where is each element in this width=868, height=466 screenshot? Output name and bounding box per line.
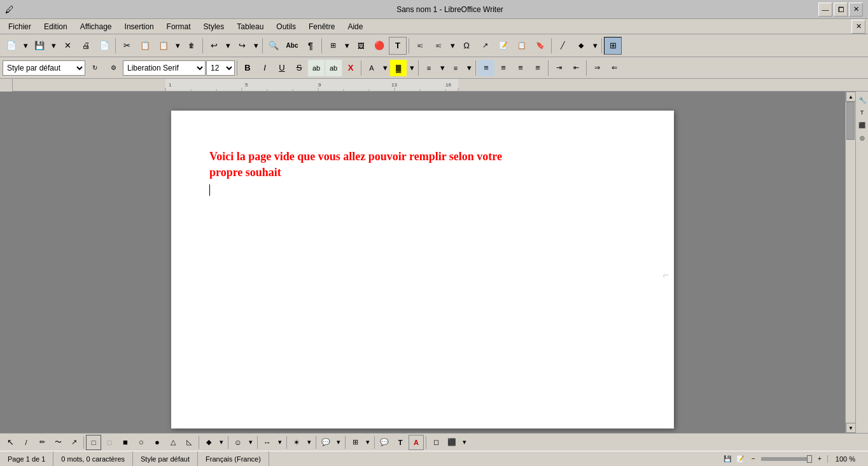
zoom-slider[interactable] — [761, 457, 812, 461]
style-refresh[interactable]: ↻ — [86, 59, 104, 77]
gallery-panel-button[interactable]: ⬛ — [857, 120, 868, 131]
callouts-dropdown[interactable]: ▾ — [334, 435, 343, 450]
fontwork-button[interactable]: A — [409, 435, 424, 450]
zoom-in-button[interactable]: + — [815, 454, 825, 464]
list-dropdown1[interactable]: ▾ — [438, 60, 447, 76]
indent-button[interactable]: ⇥ — [550, 60, 567, 76]
curve-tool[interactable]: 〜 — [50, 435, 66, 450]
redo-dropdown[interactable]: ▾ — [251, 37, 260, 55]
bold-button[interactable]: B — [239, 60, 256, 76]
redo-button[interactable]: ↪ — [233, 37, 251, 55]
textbox-draw-button[interactable]: T — [393, 435, 408, 450]
stars-button[interactable]: ✶ — [289, 435, 304, 450]
font-size-select[interactable]: 12 — [206, 60, 235, 76]
italic-button[interactable]: I — [256, 60, 273, 76]
grid-button[interactable]: ⊞ — [604, 37, 622, 55]
menu-insertion[interactable]: Insertion — [119, 20, 160, 33]
font-color-button[interactable]: A — [363, 60, 380, 76]
highlight-dropdown[interactable]: ▾ — [407, 60, 416, 76]
font-select[interactable]: Liberation Serif — [123, 60, 206, 76]
document-scroll-area[interactable]: Voici la page vide que vous allez pouvoi… — [0, 92, 845, 433]
hyperlink-button[interactable]: ↗ — [476, 37, 494, 55]
styles-panel-button[interactable]: T — [857, 107, 868, 118]
menu-format[interactable]: Format — [161, 20, 197, 33]
cut-button[interactable]: ✂ — [118, 37, 136, 55]
scroll-down-button[interactable]: ▼ — [846, 423, 856, 433]
scroll-thumb[interactable] — [846, 102, 855, 140]
square-tool[interactable]: ■ — [118, 435, 133, 450]
insert-textbox-button[interactable]: T — [389, 37, 407, 55]
properties-panel-button[interactable]: 🔧 — [857, 94, 868, 106]
insert-fields2[interactable]: ≡⃝ — [430, 37, 447, 55]
close-document-button[interactable]: ✕ — [851, 20, 865, 34]
save-status-icon[interactable]: 💾 — [722, 453, 733, 465]
text-shadow-button[interactable]: ab — [308, 60, 325, 76]
scroll-up-button[interactable]: ▲ — [846, 92, 856, 102]
print-button[interactable]: 📄 — [95, 37, 113, 55]
menu-styles[interactable]: Styles — [198, 20, 230, 33]
right-triangle-tool[interactable]: ◺ — [181, 435, 197, 450]
align-center-button[interactable]: ≡ — [495, 60, 512, 76]
fields-dropdown[interactable]: ▾ — [448, 37, 457, 55]
find-button[interactable]: 🔍 — [265, 37, 283, 55]
ellipse-tool[interactable]: ● — [150, 435, 165, 450]
stars-dropdown[interactable]: ▾ — [305, 435, 314, 450]
minimize-button[interactable]: — — [818, 3, 832, 17]
pencil-tool[interactable]: ✏ — [34, 435, 50, 450]
shapes-dropdown[interactable]: ▾ — [591, 37, 599, 55]
rect-outline-tool[interactable]: □ — [86, 435, 101, 450]
rtl-button[interactable]: ⇐ — [606, 60, 622, 76]
arrow-tool[interactable]: ↗ — [66, 435, 81, 450]
track-changes-icon[interactable]: 📝 — [734, 453, 746, 465]
copy-button[interactable]: 📋 — [136, 37, 154, 55]
insert-symbol-button[interactable]: Ω — [458, 37, 475, 55]
formatting-marks-button[interactable]: ¶ — [302, 37, 319, 55]
new-doc-dropdown[interactable]: ▾ — [21, 37, 30, 55]
underline-button[interactable]: U — [274, 60, 290, 76]
save-dropdown[interactable]: ▾ — [49, 37, 58, 55]
close-doc-button[interactable]: ✕ — [59, 37, 76, 55]
bookmark-button[interactable]: 🔖 — [531, 37, 549, 55]
flowchart-dropdown[interactable]: ▾ — [363, 435, 372, 450]
zoom-out-button[interactable]: − — [748, 454, 759, 464]
style-browse[interactable]: ⚙ — [104, 59, 122, 77]
symbol-shapes-button[interactable]: ☺ — [230, 435, 246, 450]
block-arrows-dropdown[interactable]: ▾ — [276, 435, 284, 450]
clear-format-button[interactable]: X — [342, 60, 359, 76]
symbol-shapes-dropdown[interactable]: ▾ — [246, 435, 255, 450]
menu-fichier[interactable]: Fichier — [3, 20, 37, 33]
print-preview-button[interactable]: 🖨 — [77, 37, 95, 55]
header-footer-button[interactable]: 📋 — [513, 37, 531, 55]
align-right-button[interactable]: ≡ — [512, 60, 529, 76]
navigator-panel-button[interactable]: ◎ — [857, 132, 868, 144]
insert-fields1[interactable]: ≡⃝ — [411, 37, 429, 55]
strikethrough-button[interactable]: S — [291, 60, 307, 76]
insert-image-button[interactable]: 🖼 — [352, 37, 370, 55]
close-window-button[interactable]: ✕ — [849, 3, 863, 17]
rect-filled-tool[interactable]: □ — [102, 435, 117, 450]
paste-button[interactable]: 📋 — [155, 37, 172, 55]
new-doc-button[interactable]: 📄 — [3, 37, 20, 55]
highlight-button[interactable]: ▓ — [390, 60, 407, 76]
line-tool[interactable]: ╱ — [554, 37, 571, 55]
callouts-button[interactable]: 💬 — [318, 435, 333, 450]
clone-button[interactable]: 🗑 — [183, 37, 200, 55]
triangle-tool[interactable]: △ — [165, 435, 181, 450]
menu-edition[interactable]: Edition — [38, 20, 73, 33]
zoom-level-section[interactable]: 100 % — [827, 455, 863, 463]
unordered-list-button[interactable]: ≡ — [421, 60, 437, 76]
save-button[interactable]: 💾 — [31, 37, 48, 55]
ruler-corner[interactable] — [0, 79, 13, 92]
block-arrows-button[interactable]: ↔ — [260, 435, 275, 450]
spellcheck-button[interactable]: Abc — [283, 37, 301, 55]
undo-dropdown[interactable]: ▾ — [223, 37, 232, 55]
flowchart-button[interactable]: ⊞ — [347, 435, 363, 450]
insert-chart-button[interactable]: 🔴 — [370, 37, 388, 55]
maximize-button[interactable]: ⧠ — [834, 3, 848, 17]
text-callout-button[interactable]: 💬 — [377, 435, 392, 450]
shadow-button[interactable]: ◻ — [428, 435, 444, 450]
list-dropdown2[interactable]: ▾ — [465, 60, 473, 76]
undo-button[interactable]: ↩ — [205, 37, 223, 55]
ordered-list-button[interactable]: ≡ — [447, 60, 464, 76]
align-left-button[interactable]: ≡ — [478, 60, 494, 76]
